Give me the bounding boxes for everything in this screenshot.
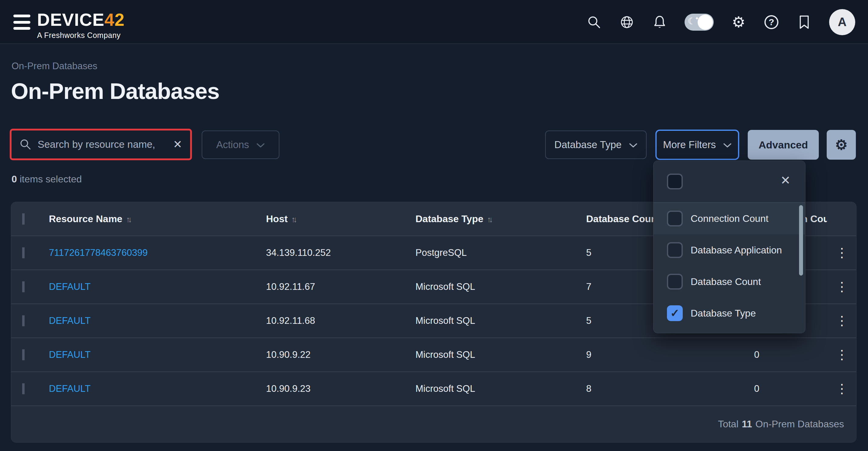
column-header-resource-name[interactable]: Resource Name↑↓ xyxy=(49,213,266,225)
row-menu-kebab-icon[interactable]: ⋮ xyxy=(827,315,857,327)
filter-checkbox[interactable] xyxy=(667,274,683,290)
column-header-database-type[interactable]: Database Type↑↓ xyxy=(415,213,586,225)
gear-icon: ⚙ xyxy=(835,138,847,152)
brand-logo[interactable]: DEVICE42 A Freshworks Company xyxy=(37,11,125,40)
table-row: DEFAULT 10.90.9.23 Microsoft SQL 8 0 ⋮ xyxy=(11,372,856,406)
database-type-cell: Microsoft SQL xyxy=(415,349,586,360)
search-icon[interactable] xyxy=(586,14,602,30)
help-icon[interactable]: ? xyxy=(764,14,779,30)
top-nav: DEVICE42 A Freshworks Company ☾ ✦ ⚙ ? A xyxy=(0,0,868,44)
notifications-bell-icon[interactable] xyxy=(652,14,668,30)
clear-search-icon[interactable]: ✕ xyxy=(173,139,182,150)
table-footer: Total 11 On-Prem Databases xyxy=(11,406,856,442)
theme-toggle[interactable]: ☾ ✦ xyxy=(685,14,714,31)
bookmark-icon[interactable] xyxy=(796,14,812,30)
row-menu-kebab-icon[interactable]: ⋮ xyxy=(827,383,857,394)
row-menu-kebab-icon[interactable]: ⋮ xyxy=(827,281,857,293)
select-all-checkbox[interactable] xyxy=(22,213,25,225)
resource-name-link[interactable]: DEFAULT xyxy=(49,281,91,292)
globe-icon[interactable] xyxy=(619,14,635,30)
resource-name-link[interactable]: DEFAULT xyxy=(49,315,91,326)
chevron-down-icon xyxy=(629,143,638,148)
more-filters-button[interactable]: More Filters xyxy=(655,130,739,160)
database-type-cell: Microsoft SQL xyxy=(415,315,586,326)
dropdown-scrollbar[interactable] xyxy=(799,205,803,276)
select-all-filters-checkbox[interactable] xyxy=(667,173,683,189)
row-checkbox[interactable] xyxy=(22,315,25,326)
advanced-button[interactable]: Advanced xyxy=(748,130,819,160)
row-checkbox[interactable] xyxy=(22,383,25,394)
filter-checkbox[interactable] xyxy=(667,211,683,226)
table-settings-button[interactable]: ⚙ xyxy=(827,130,856,160)
host-cell: 10.92.11.67 xyxy=(266,281,415,292)
row-menu-kebab-icon[interactable]: ⋮ xyxy=(827,247,857,259)
resource-name-link[interactable]: 7117261778463760399 xyxy=(49,247,148,258)
dropdown-header: ✕ xyxy=(654,161,805,203)
resource-name-link[interactable]: DEFAULT xyxy=(49,383,91,394)
moon-icon: ☾ xyxy=(688,16,696,26)
user-avatar[interactable]: A xyxy=(829,9,855,35)
filter-option-database-application[interactable]: Database Application xyxy=(654,234,805,266)
filter-option-database-type[interactable]: Database Type xyxy=(654,297,805,329)
search-box-highlighted[interactable]: ✕ xyxy=(10,129,192,160)
host-cell: 34.139.110.252 xyxy=(266,247,415,258)
page-title: On-Prem Databases xyxy=(11,78,219,104)
database-type-cell: Microsoft SQL xyxy=(415,383,586,394)
row-checkbox[interactable] xyxy=(22,281,25,292)
filter-checkbox-checked[interactable] xyxy=(667,305,683,321)
row-menu-kebab-icon[interactable]: ⋮ xyxy=(827,349,857,360)
database-type-cell: PostgreSQL xyxy=(415,247,586,258)
close-icon[interactable]: ✕ xyxy=(780,174,790,186)
table-row: DEFAULT 10.90.9.22 Microsoft SQL 9 0 ⋮ xyxy=(11,337,856,372)
host-cell: 10.90.9.23 xyxy=(266,383,415,394)
database-type-filter-button[interactable]: Database Type xyxy=(545,130,647,159)
toggle-knob xyxy=(698,14,713,30)
sort-icon: ↑↓ xyxy=(291,215,295,224)
filter-option-connection-count[interactable]: Connection Count xyxy=(654,203,805,234)
connection-count-cell: 0 xyxy=(754,349,827,360)
chevron-down-icon xyxy=(256,143,265,148)
menu-icon[interactable] xyxy=(13,14,30,30)
more-filters-dropdown-panel: ✕ Connection Count Database Application … xyxy=(653,161,805,333)
host-cell: 10.92.11.68 xyxy=(266,315,415,326)
nav-icon-cluster: ☾ ✦ ⚙ ? A xyxy=(586,0,855,44)
brand-name: DEVICE42 xyxy=(37,11,125,29)
resource-name-link[interactable]: DEFAULT xyxy=(49,349,91,360)
database-count-cell: 8 xyxy=(586,383,754,394)
filter-checkbox[interactable] xyxy=(667,242,683,258)
database-type-cell: Microsoft SQL xyxy=(415,281,586,292)
database-count-cell: 9 xyxy=(586,349,754,360)
column-header-host[interactable]: Host↑↓ xyxy=(266,213,415,225)
chevron-down-icon xyxy=(723,143,732,148)
search-input-icon xyxy=(20,138,32,151)
row-checkbox[interactable] xyxy=(22,247,25,258)
settings-gear-icon[interactable]: ⚙ xyxy=(731,14,746,30)
connection-count-cell: 0 xyxy=(754,383,827,394)
sort-icon: ↑↓ xyxy=(487,215,491,224)
total-count: 11 xyxy=(742,419,752,430)
filter-option-database-count[interactable]: Database Count xyxy=(654,266,805,297)
row-checkbox[interactable] xyxy=(22,349,25,360)
actions-dropdown-button[interactable]: Actions xyxy=(202,130,279,159)
sort-icon: ↑↓ xyxy=(126,215,130,224)
brand-tagline: A Freshworks Company xyxy=(37,31,125,40)
search-input[interactable] xyxy=(38,139,167,150)
selection-summary: 0 items selected xyxy=(11,173,82,185)
breadcrumb[interactable]: On-Prem Databases xyxy=(11,61,97,72)
host-cell: 10.90.9.22 xyxy=(266,349,415,360)
